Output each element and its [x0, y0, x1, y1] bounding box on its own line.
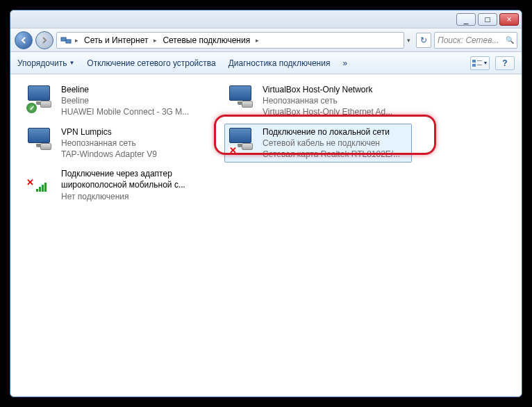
connection-name: VirtualBox Host-Only Network [263, 84, 392, 95]
connection-name: VPN Lumpics [61, 126, 157, 138]
connection-name: Подключение по локальной сети [263, 126, 400, 138]
connection-item[interactable]: ✓ Beeline Beeline HUAWEI Mobile Connect … [23, 81, 210, 121]
svg-rect-4 [477, 60, 482, 61]
organize-button[interactable]: Упорядочить▼ [17, 58, 74, 68]
connection-icon [26, 126, 56, 156]
connection-icon: ✓ [26, 84, 56, 113]
status-error-icon: ✕ [25, 177, 35, 188]
chevron-down-icon: ▼ [69, 60, 74, 66]
connection-item[interactable]: VPN Lumpics Неопознанная сеть TAP-Window… [23, 124, 210, 163]
svg-rect-3 [472, 64, 476, 67]
connection-status: Неопознанная сеть [263, 95, 392, 106]
breadcrumb-segment[interactable]: Сетевые подключения [160, 35, 253, 45]
svg-rect-0 [61, 38, 66, 41]
breadcrumb-segment[interactable]: Сеть и Интернет [81, 35, 151, 45]
disable-device-button[interactable]: Отключение сетевого устройства [87, 58, 215, 68]
connection-icon: ✕ [26, 168, 56, 197]
svg-rect-5 [477, 65, 482, 65]
connections-list: ✓ Beeline Beeline HUAWEI Mobile Connect … [10, 74, 522, 212]
nav-back-button[interactable] [15, 31, 33, 49]
connection-status: Beeline [61, 95, 189, 106]
svg-rect-1 [66, 40, 71, 43]
view-options-button[interactable]: ▼ [470, 56, 490, 70]
connection-device: Сетевая карта Realtek RTL8102E/... [263, 149, 400, 160]
connection-icon: ✕ [228, 126, 257, 156]
connection-icon [228, 84, 257, 113]
connection-item[interactable]: ✕ Подключение по локальной сети Сетевой … [224, 124, 412, 163]
maximize-button[interactable]: □ [478, 13, 497, 26]
connection-name: Beeline [61, 84, 189, 95]
connection-item[interactable]: ✕ Подключение через адаптер широкополосн… [23, 165, 210, 205]
signal-icon [36, 183, 47, 192]
connection-status: Неопознанная сеть [61, 138, 157, 149]
chevron-right-icon: ▸ [254, 37, 260, 44]
connection-item[interactable]: VirtualBox Host-Only Network Неопознанна… [224, 81, 412, 121]
diagnose-button[interactable]: Диагностика подключения [228, 58, 331, 68]
nav-forward-button[interactable] [35, 31, 53, 49]
explorer-window: _ □ × ▸ Сеть и Интернет ▸ Сетевые подклю… [10, 10, 522, 397]
network-icon [60, 34, 72, 47]
titlebar: _ □ × [10, 10, 522, 28]
connection-status: Сетевой кабель не подключен [263, 138, 400, 149]
more-commands-button[interactable]: » [342, 58, 347, 68]
toolbar: Упорядочить▼ Отключение сетевого устройс… [10, 52, 522, 74]
svg-rect-2 [472, 60, 476, 63]
breadcrumb[interactable]: ▸ Сеть и Интернет ▸ Сетевые подключения … [56, 32, 404, 49]
connection-name: Подключение через адаптер широкополосной… [61, 168, 207, 190]
chevron-right-icon: ▸ [74, 37, 80, 44]
connection-device: HUAWEI Mobile Connect - 3G M... [61, 106, 189, 117]
search-input[interactable]: Поиск: Сетев... [434, 32, 517, 49]
help-icon: ? [502, 58, 507, 68]
status-ok-icon: ✓ [26, 103, 37, 113]
connection-device: VirtualBox Host-Only Ethernet Ad... [263, 106, 392, 117]
connection-device: TAP-Windows Adapter V9 [61, 149, 157, 160]
minimize-button[interactable]: _ [456, 13, 476, 26]
close-button[interactable]: × [499, 13, 519, 26]
navbar: ▸ Сеть и Интернет ▸ Сетевые подключения … [10, 28, 522, 52]
status-error-icon: ✕ [228, 145, 238, 156]
chevron-right-icon: ▸ [152, 37, 158, 44]
search-placeholder: Поиск: Сетев... [438, 35, 499, 45]
refresh-button[interactable]: ↻ [416, 33, 431, 48]
help-button[interactable]: ? [495, 56, 515, 70]
connection-status: Нет подключения [61, 191, 207, 202]
